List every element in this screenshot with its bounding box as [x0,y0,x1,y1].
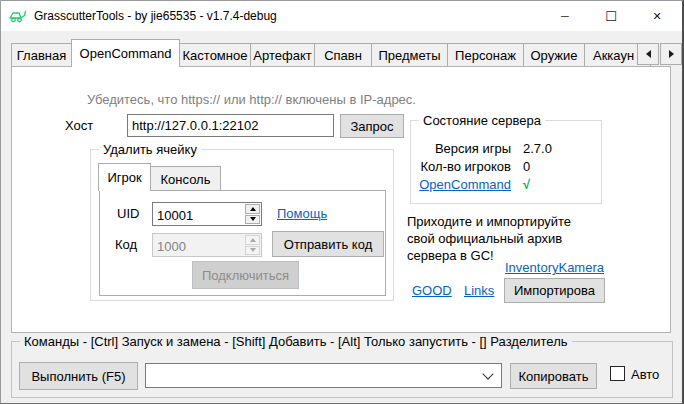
send-code-button[interactable]: Отправить код [272,231,384,257]
links-link[interactable]: Links [464,283,494,298]
inventory-kamera-link[interactable]: InventoryKamera [505,260,604,275]
command-combobox[interactable] [145,363,502,388]
good-link[interactable]: GOOD [412,283,452,298]
tab-spavn[interactable]: Спавн [314,43,372,67]
command-input[interactable] [146,368,484,383]
host-input[interactable] [127,114,334,137]
opencommand-link[interactable]: OpenCommand [419,177,511,192]
promo-line-2: свой официальный архив [407,230,571,247]
tab-oruzhie[interactable]: Оружие [523,43,585,67]
inner-tab-player[interactable]: Игрок [98,163,151,191]
title-bar: GrasscutterTools - by jie65535 - v1.7.4-… [1,1,682,31]
spin-up-icon [250,207,256,211]
game-version-value: 2.7.0 [523,141,552,156]
maximize-button[interactable]: ☐ [588,1,634,31]
commands-group-title: Команды - [Ctrl] Запуск и замена - [Shif… [20,334,572,349]
auto-checkbox-label: Авто [631,367,659,382]
app-window: GrasscutterTools - by jie65535 - v1.7.4-… [0,0,684,404]
arrow-right-icon [669,50,674,58]
inner-tab-console[interactable]: Консоль [150,166,221,191]
opencommand-check-value: √ [523,177,530,192]
minimize-button[interactable]: ─ [542,1,588,31]
tab-scroll-right-button[interactable] [660,43,682,65]
code-spin-up-button [245,235,260,245]
copy-button[interactable]: Копировать [510,363,597,389]
spin-down-icon [250,217,256,221]
tab-personazh[interactable]: Персонаж [447,43,524,67]
remove-cell-group-title: Удалить ячейку [99,142,201,157]
uid-input[interactable] [153,203,244,225]
host-label: Хост [65,118,93,133]
commands-group: Команды - [Ctrl] Запуск и замена - [Shif… [11,341,673,398]
spin-down-icon [250,248,256,252]
run-button[interactable]: Выполнить (F5) [19,362,138,390]
code-label: Код [115,237,137,252]
tab-opencommand[interactable]: OpenCommand [71,39,180,67]
window-title: GrasscutterTools - by jie65535 - v1.7.4-… [34,9,277,23]
promo-text: Приходите и импортируйте свой официальны… [407,213,571,264]
player-count-value: 0 [523,159,530,174]
connect-button: Подключиться [192,261,299,289]
auto-checkbox[interactable] [610,366,625,381]
server-status-group: Состояние сервера Версия игры 2.7.0 Кол-… [410,120,602,204]
uid-stepper[interactable] [152,202,262,226]
promo-line-1: Приходите и импортируйте [407,213,571,230]
game-version-label: Версия игры [411,141,511,156]
help-link[interactable]: Помощь [277,206,327,221]
grasscutter-logo-icon [9,8,29,24]
player-count-label: Кол-во игроков [411,159,511,174]
import-button[interactable]: Импортирова [504,278,605,303]
tab-scroll-left-button[interactable] [637,43,659,65]
tab-artefakt[interactable]: Артефакт [250,43,315,67]
chevron-down-icon [482,368,493,379]
https-hint-text: Убедитесь, что https:// или http:// вклю… [87,92,416,107]
tab-glavnaya[interactable]: Главная [11,43,72,67]
uid-spin-up-button[interactable] [245,204,260,214]
code-input [153,234,244,256]
uid-label: UID [117,206,139,221]
spin-up-icon [250,238,256,242]
close-button[interactable]: ✕ [634,1,680,31]
code-stepper [152,233,262,257]
query-button[interactable]: Запрос [340,114,404,138]
tab-predmety[interactable]: Предметы [371,43,448,67]
remove-cell-group: Удалить ячейку Игрок Консоль UID Помощь … [90,149,394,301]
uid-spin-down-button[interactable] [245,215,260,225]
tab-kastomnoe[interactable]: Кастомное [179,43,251,67]
server-status-group-title: Состояние сервера [419,113,545,128]
code-spin-down-button [245,246,260,256]
player-inner-page: UID Помощь Код Отправ [99,190,386,296]
arrow-left-icon [646,50,651,58]
opencommand-status-row: OpenCommand [411,177,511,192]
opencommand-tab-page: Убедитесь, что https:// или http:// вклю… [11,66,671,333]
